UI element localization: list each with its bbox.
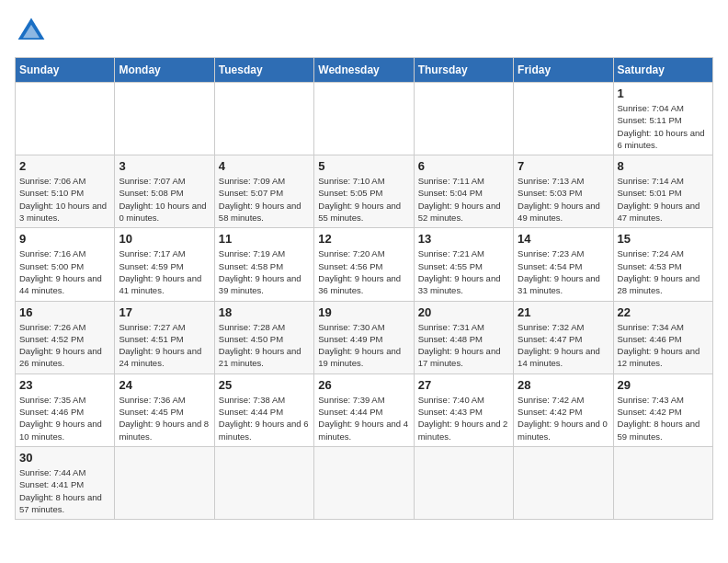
day-number: 30 bbox=[19, 451, 110, 465]
calendar-cell: 21Sunrise: 7:32 AM Sunset: 4:47 PM Dayli… bbox=[514, 301, 613, 373]
day-info: Sunrise: 7:09 AM Sunset: 5:07 PM Dayligh… bbox=[219, 175, 310, 224]
calendar-cell: 22Sunrise: 7:34 AM Sunset: 4:46 PM Dayli… bbox=[613, 301, 712, 373]
calendar-cell: 25Sunrise: 7:38 AM Sunset: 4:44 PM Dayli… bbox=[214, 373, 313, 446]
calendar-cell: 7Sunrise: 7:13 AM Sunset: 5:03 PM Daylig… bbox=[514, 155, 613, 228]
calendar-cell: 15Sunrise: 7:24 AM Sunset: 4:53 PM Dayli… bbox=[613, 228, 712, 301]
calendar-cell: 2Sunrise: 7:06 AM Sunset: 5:10 PM Daylig… bbox=[16, 155, 115, 228]
day-header-friday: Friday bbox=[514, 58, 613, 83]
day-info: Sunrise: 7:44 AM Sunset: 4:41 PM Dayligh… bbox=[19, 466, 110, 515]
day-number: 5 bbox=[318, 159, 409, 173]
calendar-cell: 26Sunrise: 7:39 AM Sunset: 4:44 PM Dayli… bbox=[314, 373, 414, 446]
calendar-cell: 19Sunrise: 7:30 AM Sunset: 4:49 PM Dayli… bbox=[314, 301, 414, 373]
day-info: Sunrise: 7:31 AM Sunset: 4:48 PM Dayligh… bbox=[418, 321, 509, 370]
day-number: 13 bbox=[418, 232, 509, 246]
day-info: Sunrise: 7:32 AM Sunset: 4:47 PM Dayligh… bbox=[518, 321, 609, 370]
calendar-cell: 20Sunrise: 7:31 AM Sunset: 4:48 PM Dayli… bbox=[414, 301, 513, 373]
logo-icon bbox=[15, 15, 48, 48]
calendar-cell: 27Sunrise: 7:40 AM Sunset: 4:43 PM Dayli… bbox=[414, 373, 513, 446]
day-number: 28 bbox=[518, 378, 609, 392]
day-number: 2 bbox=[19, 159, 110, 173]
day-info: Sunrise: 7:06 AM Sunset: 5:10 PM Dayligh… bbox=[19, 175, 110, 224]
day-number: 1 bbox=[618, 86, 709, 100]
day-number: 20 bbox=[418, 305, 509, 319]
calendar-cell: 30Sunrise: 7:44 AM Sunset: 4:41 PM Dayli… bbox=[16, 446, 115, 519]
calendar-week-row: 16Sunrise: 7:26 AM Sunset: 4:52 PM Dayli… bbox=[16, 301, 713, 373]
calendar-cell bbox=[314, 83, 414, 155]
calendar-cell: 11Sunrise: 7:19 AM Sunset: 4:58 PM Dayli… bbox=[214, 228, 313, 301]
day-info: Sunrise: 7:40 AM Sunset: 4:43 PM Dayligh… bbox=[418, 394, 509, 442]
day-number: 10 bbox=[119, 232, 210, 246]
calendar-cell bbox=[314, 446, 414, 519]
calendar-cell: 5Sunrise: 7:10 AM Sunset: 5:05 PM Daylig… bbox=[314, 155, 414, 228]
day-number: 6 bbox=[418, 159, 509, 173]
day-info: Sunrise: 7:04 AM Sunset: 5:11 PM Dayligh… bbox=[618, 102, 709, 151]
day-number: 24 bbox=[119, 378, 210, 392]
day-info: Sunrise: 7:42 AM Sunset: 4:42 PM Dayligh… bbox=[518, 394, 609, 442]
calendar-cell: 23Sunrise: 7:35 AM Sunset: 4:46 PM Dayli… bbox=[16, 373, 115, 446]
day-info: Sunrise: 7:21 AM Sunset: 4:55 PM Dayligh… bbox=[418, 247, 509, 296]
calendar-table: SundayMondayTuesdayWednesdayThursdayFrid… bbox=[15, 57, 713, 520]
day-info: Sunrise: 7:20 AM Sunset: 4:56 PM Dayligh… bbox=[318, 247, 409, 296]
calendar-week-row: 23Sunrise: 7:35 AM Sunset: 4:46 PM Dayli… bbox=[16, 373, 713, 446]
calendar-cell: 28Sunrise: 7:42 AM Sunset: 4:42 PM Dayli… bbox=[514, 373, 613, 446]
day-info: Sunrise: 7:36 AM Sunset: 4:45 PM Dayligh… bbox=[119, 394, 210, 442]
calendar-cell: 13Sunrise: 7:21 AM Sunset: 4:55 PM Dayli… bbox=[414, 228, 513, 301]
calendar-cell bbox=[414, 446, 513, 519]
day-info: Sunrise: 7:17 AM Sunset: 4:59 PM Dayligh… bbox=[119, 247, 210, 296]
calendar-cell: 18Sunrise: 7:28 AM Sunset: 4:50 PM Dayli… bbox=[214, 301, 313, 373]
calendar-week-row: 30Sunrise: 7:44 AM Sunset: 4:41 PM Dayli… bbox=[16, 446, 713, 519]
calendar-cell bbox=[414, 83, 513, 155]
day-number: 22 bbox=[618, 305, 709, 319]
calendar-cell bbox=[514, 83, 613, 155]
day-number: 11 bbox=[219, 232, 310, 246]
calendar-cell: 3Sunrise: 7:07 AM Sunset: 5:08 PM Daylig… bbox=[115, 155, 214, 228]
page-header bbox=[15, 15, 713, 48]
day-number: 4 bbox=[219, 159, 310, 173]
calendar-cell: 17Sunrise: 7:27 AM Sunset: 4:51 PM Dayli… bbox=[115, 301, 214, 373]
day-info: Sunrise: 7:35 AM Sunset: 4:46 PM Dayligh… bbox=[19, 394, 110, 442]
calendar-cell: 24Sunrise: 7:36 AM Sunset: 4:45 PM Dayli… bbox=[115, 373, 214, 446]
calendar-week-row: 2Sunrise: 7:06 AM Sunset: 5:10 PM Daylig… bbox=[16, 155, 713, 228]
calendar-cell: 10Sunrise: 7:17 AM Sunset: 4:59 PM Dayli… bbox=[115, 228, 214, 301]
day-info: Sunrise: 7:28 AM Sunset: 4:50 PM Dayligh… bbox=[219, 321, 310, 370]
day-number: 21 bbox=[518, 305, 609, 319]
day-info: Sunrise: 7:34 AM Sunset: 4:46 PM Dayligh… bbox=[618, 321, 709, 370]
day-header-saturday: Saturday bbox=[613, 58, 712, 83]
calendar-cell bbox=[115, 446, 214, 519]
logo bbox=[15, 15, 51, 48]
day-info: Sunrise: 7:24 AM Sunset: 4:53 PM Dayligh… bbox=[618, 247, 709, 296]
calendar-week-row: 9Sunrise: 7:16 AM Sunset: 5:00 PM Daylig… bbox=[16, 228, 713, 301]
calendar-cell: 8Sunrise: 7:14 AM Sunset: 5:01 PM Daylig… bbox=[613, 155, 712, 228]
day-number: 25 bbox=[219, 378, 310, 392]
day-info: Sunrise: 7:30 AM Sunset: 4:49 PM Dayligh… bbox=[318, 321, 409, 370]
day-info: Sunrise: 7:07 AM Sunset: 5:08 PM Dayligh… bbox=[119, 175, 210, 224]
day-number: 8 bbox=[618, 159, 709, 173]
calendar-cell: 29Sunrise: 7:43 AM Sunset: 4:42 PM Dayli… bbox=[613, 373, 712, 446]
day-number: 12 bbox=[318, 232, 409, 246]
calendar-cell: 14Sunrise: 7:23 AM Sunset: 4:54 PM Dayli… bbox=[514, 228, 613, 301]
calendar-cell: 4Sunrise: 7:09 AM Sunset: 5:07 PM Daylig… bbox=[214, 155, 313, 228]
day-number: 19 bbox=[318, 305, 409, 319]
day-header-sunday: Sunday bbox=[16, 58, 115, 83]
day-number: 27 bbox=[418, 378, 509, 392]
day-number: 9 bbox=[19, 232, 110, 246]
calendar-cell: 9Sunrise: 7:16 AM Sunset: 5:00 PM Daylig… bbox=[16, 228, 115, 301]
calendar-cell: 1Sunrise: 7:04 AM Sunset: 5:11 PM Daylig… bbox=[613, 83, 712, 155]
day-info: Sunrise: 7:14 AM Sunset: 5:01 PM Dayligh… bbox=[618, 175, 709, 224]
calendar-cell bbox=[514, 446, 613, 519]
day-info: Sunrise: 7:39 AM Sunset: 4:44 PM Dayligh… bbox=[318, 394, 409, 442]
day-info: Sunrise: 7:16 AM Sunset: 5:00 PM Dayligh… bbox=[19, 247, 110, 296]
day-header-tuesday: Tuesday bbox=[214, 58, 313, 83]
day-number: 14 bbox=[518, 232, 609, 246]
day-header-thursday: Thursday bbox=[414, 58, 513, 83]
calendar-cell bbox=[16, 83, 115, 155]
day-number: 29 bbox=[618, 378, 709, 392]
calendar-week-row: 1Sunrise: 7:04 AM Sunset: 5:11 PM Daylig… bbox=[16, 83, 713, 155]
day-number: 7 bbox=[518, 159, 609, 173]
calendar-cell bbox=[115, 83, 214, 155]
day-number: 15 bbox=[618, 232, 709, 246]
day-info: Sunrise: 7:23 AM Sunset: 4:54 PM Dayligh… bbox=[518, 247, 609, 296]
day-number: 16 bbox=[19, 305, 110, 319]
day-info: Sunrise: 7:11 AM Sunset: 5:04 PM Dayligh… bbox=[418, 175, 509, 224]
day-number: 26 bbox=[318, 378, 409, 392]
